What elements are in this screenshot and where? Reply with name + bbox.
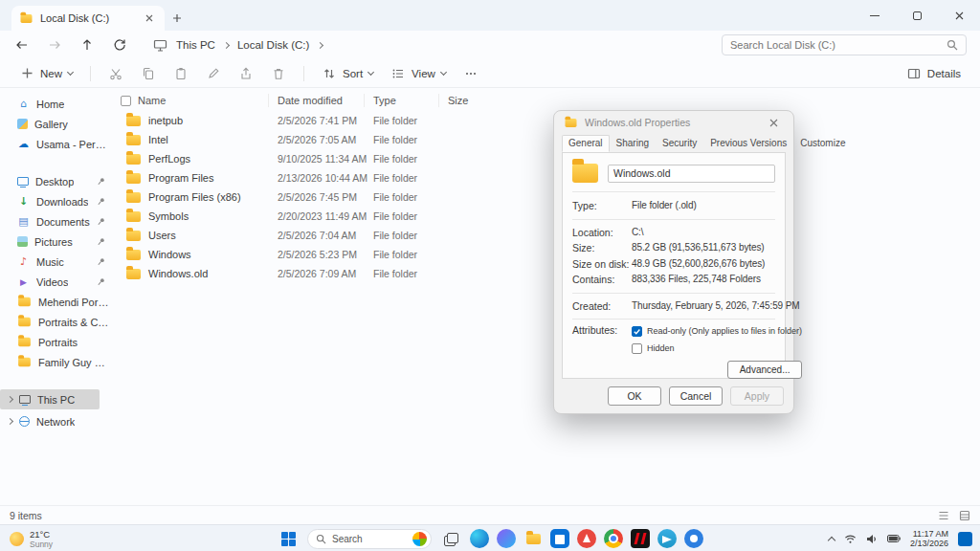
telegram-icon[interactable] <box>657 529 677 548</box>
edge-icon[interactable] <box>470 529 489 548</box>
weather-widget[interactable]: 21°C Sunny <box>0 525 62 551</box>
sidebar-item-network[interactable]: Network <box>0 411 113 431</box>
cut-button[interactable] <box>100 62 131 85</box>
expand-chevron-icon[interactable] <box>7 396 13 403</box>
details-view-toggle-icon[interactable] <box>959 510 970 521</box>
table-row[interactable]: Windows.old 2/5/2026 7:09 AM File folder <box>113 264 980 283</box>
dialog-title-bar[interactable]: Windows.old Properties <box>554 111 793 134</box>
status-bar: 9 items <box>0 505 980 524</box>
table-row[interactable]: Users 2/5/2026 7:04 AM File folder <box>113 226 980 245</box>
list-view-toggle-icon[interactable] <box>938 510 949 521</box>
taskbar-search[interactable]: Search <box>307 529 432 549</box>
sidebar-item-portraits[interactable]: Portraits <box>0 332 113 352</box>
sidebar-item-music[interactable]: ♪ Music <box>0 252 113 272</box>
microsoft-store-icon[interactable] <box>550 529 569 548</box>
maximize-button[interactable] <box>896 0 938 31</box>
copy-button[interactable] <box>133 62 164 85</box>
delete-button[interactable] <box>263 62 294 85</box>
sidebar-item-pictures[interactable]: Pictures <box>0 231 113 252</box>
copilot-icon[interactable] <box>497 529 516 548</box>
folder-icon <box>126 250 141 260</box>
sidebar-item-portraits-candids[interactable]: Portraits & Candids <box>0 312 113 332</box>
breadcrumb-this-pc[interactable]: This PC <box>176 39 215 51</box>
properties-dialog: Windows.old Properties General Sharing S… <box>553 110 794 414</box>
sidebar-item-documents[interactable]: ▤ Documents <box>0 211 113 231</box>
table-row[interactable]: Program Files 2/13/2026 10:44 AM File fo… <box>113 168 980 187</box>
table-row[interactable]: Symbols 2/20/2023 11:49 AM File folder <box>113 207 980 226</box>
autodesk-app-icon[interactable] <box>577 529 596 548</box>
expand-chevron-icon[interactable] <box>7 418 13 425</box>
pin-icon <box>97 237 105 246</box>
volume-icon[interactable] <box>866 534 878 544</box>
column-header-date-modified[interactable]: Date modified <box>268 90 364 111</box>
up-button[interactable] <box>78 36 96 54</box>
explorer-tab[interactable]: Local Disk (C:) <box>11 6 165 31</box>
folder-name-input[interactable] <box>608 165 775 183</box>
taskbar: 21°C Sunny Search <box>0 524 980 551</box>
table-row[interactable]: inetpub 2/5/2026 7:41 PM File folder <box>113 111 980 130</box>
rename-button[interactable] <box>198 62 229 85</box>
tab-security[interactable]: Security <box>656 135 703 152</box>
sidebar-item-desktop[interactable]: Desktop <box>0 171 113 191</box>
sidebar-item-videos[interactable]: ▶ Videos <box>0 272 113 292</box>
downloads-icon: ↓ <box>17 195 30 208</box>
folder-icon <box>18 318 31 326</box>
share-button[interactable] <box>231 62 261 85</box>
sidebar-item-onedrive[interactable]: ☁ Usama - Personal <box>0 134 113 154</box>
column-header-size[interactable]: Size <box>438 90 496 111</box>
file-explorer-icon[interactable] <box>523 529 543 548</box>
back-button[interactable] <box>13 36 31 54</box>
sidebar-item-gallery[interactable]: Gallery <box>0 114 113 134</box>
tab-previous-versions[interactable]: Previous Versions <box>703 135 793 152</box>
hidden-checkbox-row[interactable]: Hidden <box>632 342 802 356</box>
hidden-label: Hidden <box>647 342 675 356</box>
tab-close-icon[interactable] <box>142 11 157 26</box>
search-box[interactable] <box>722 34 967 55</box>
minimize-button[interactable] <box>854 0 896 31</box>
select-all-checkbox[interactable] <box>121 96 131 106</box>
taskbar-clock[interactable]: 11:17 AM 2/13/2026 <box>910 529 948 549</box>
breadcrumb-local-disk[interactable]: Local Disk (C:) <box>237 39 309 51</box>
tab-general[interactable]: General <box>562 135 610 152</box>
advanced-button[interactable]: Advanced... <box>727 361 802 379</box>
close-button[interactable] <box>938 0 980 31</box>
more-options-button[interactable] <box>456 62 486 85</box>
dialog-close-button[interactable] <box>763 114 784 131</box>
view-button[interactable]: View <box>383 62 454 85</box>
ok-button[interactable]: OK <box>608 386 661 406</box>
paste-button[interactable] <box>166 62 196 85</box>
details-pane-button[interactable]: Details <box>899 62 969 85</box>
forward-button[interactable] <box>46 36 63 54</box>
column-header-name[interactable]: Name <box>113 90 268 111</box>
new-button[interactable]: New <box>11 62 80 85</box>
sidebar-item-downloads[interactable]: ↓ Downloads <box>0 191 113 211</box>
readonly-checkbox[interactable] <box>632 326 642 337</box>
notification-badge[interactable] <box>958 532 972 546</box>
sort-button[interactable]: Sort <box>314 62 381 85</box>
search-input[interactable] <box>730 39 947 51</box>
cancel-button[interactable]: Cancel <box>669 386 723 406</box>
table-row[interactable]: PerfLogs 9/10/2025 11:34 AM File folder <box>113 149 980 168</box>
hidden-checkbox[interactable] <box>632 343 642 354</box>
netflix-icon[interactable] <box>631 529 650 548</box>
tray-overflow-chevron-icon[interactable] <box>828 536 835 543</box>
wifi-icon[interactable] <box>844 534 857 544</box>
column-header-type[interactable]: Type <box>364 90 438 111</box>
battery-icon[interactable] <box>887 535 901 542</box>
tab-customize[interactable]: Customize <box>793 135 852 152</box>
settings-app-icon[interactable] <box>684 529 703 548</box>
chrome-icon[interactable] <box>604 529 623 548</box>
refresh-button[interactable] <box>111 36 128 54</box>
start-button[interactable] <box>277 527 300 550</box>
new-tab-button[interactable] <box>165 6 189 31</box>
task-view-button[interactable] <box>439 527 462 550</box>
sidebar-item-this-pc[interactable]: This PC <box>0 389 100 409</box>
sidebar-item-family-guy[interactable]: Family Guy Comple <box>0 352 113 372</box>
tab-sharing[interactable]: Sharing <box>610 135 656 152</box>
sidebar-item-mehendi-portraits[interactable]: Mehendi Portraits <box>0 292 113 312</box>
table-row[interactable]: Windows 2/5/2026 5:23 PM File folder <box>113 245 980 264</box>
apply-button[interactable]: Apply <box>730 386 784 406</box>
readonly-checkbox-row[interactable]: Read-only (Only applies to files in fold… <box>632 324 802 339</box>
sidebar-item-home[interactable]: ⌂ Home <box>0 94 113 114</box>
table-row[interactable]: Program Files (x86) 2/5/2026 7:45 PM Fil… <box>113 187 980 207</box>
